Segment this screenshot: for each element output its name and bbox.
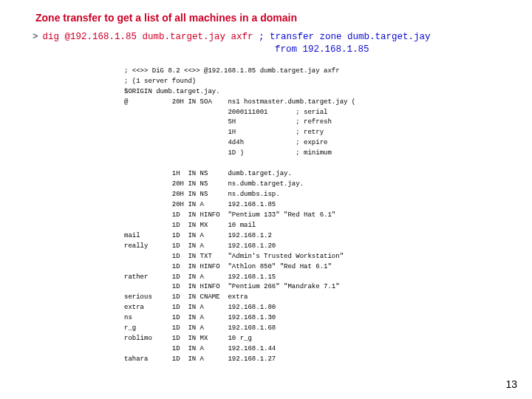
dig-comment-1: ; transfer zone dumb.target.jay <box>259 31 431 44</box>
dig-comment-2: from 192.168.1.85 <box>0 44 532 56</box>
dig-command: dig @192.168.1.85 dumb.target.jay axfr <box>43 31 259 44</box>
shell-prompt: > <box>33 31 38 44</box>
zone-output: ; <<>> DiG 8.2 <<>> @192.168.1.85 dumb.t… <box>0 56 532 365</box>
page-number: 13 <box>505 378 517 390</box>
slide-title: Zone transfer to get a list of all machi… <box>0 0 532 31</box>
command-line: > dig @192.168.1.85 dumb.target.jay axfr… <box>0 31 532 44</box>
